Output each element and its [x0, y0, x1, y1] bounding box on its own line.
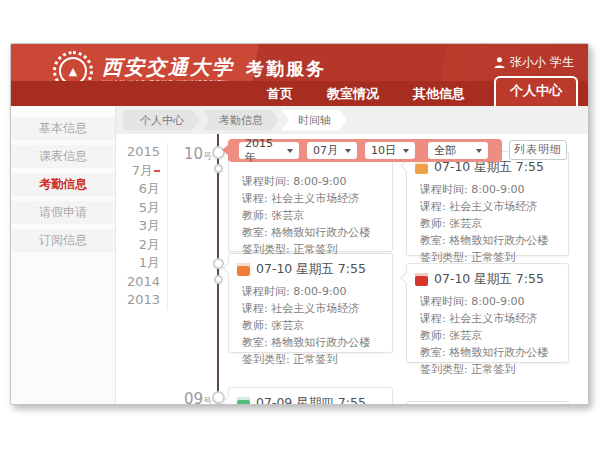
attendance-card[interactable]: 07-09 星期四 7:55 [228, 387, 393, 405]
breadcrumb-attendance-info[interactable]: 考勤信息 [202, 110, 279, 131]
timeline-node-icon [214, 275, 223, 284]
sidebar-item-schedule-info[interactable]: 课表信息 [11, 145, 115, 168]
card-title: 07-10 星期五 7:55 [256, 261, 366, 278]
user-info[interactable]: 张小小 学生 [493, 54, 574, 71]
card-header: 07-10 星期五 7:55 [229, 254, 392, 281]
timeline-month-6[interactable]: 6月 [122, 180, 160, 199]
timeline-month-5[interactable]: 5月 [122, 199, 160, 218]
university-name-cn: 西安交通大学 [102, 56, 234, 78]
sidebar-item-subscription-info[interactable]: 订阅信息 [11, 229, 115, 252]
sidebar-item-basic-info[interactable]: 基本信息 [11, 117, 115, 140]
timeline-year-2014[interactable]: 2014 [122, 273, 160, 292]
timeline-year-2013[interactable]: 2013 [122, 291, 160, 310]
list-detail-button[interactable]: 列表明细 [509, 140, 567, 160]
attendance-card[interactable]: 07-10 星期五 7:55 课程时间: 8:00-9:00 课程: 社会主义市… [228, 253, 393, 353]
timeline-year-month-list: 2015 7月 6月 5月 3月 2月 1月 2014 2013 [122, 143, 168, 310]
sidebar-item-leave-request[interactable]: 请假申请 [11, 201, 115, 224]
red-calendar-icon [415, 273, 428, 286]
deep-orange-calendar-icon [237, 263, 250, 276]
green-calendar-icon [237, 397, 250, 405]
timeline-year-2015[interactable]: 2015 [122, 143, 160, 162]
main-nav: 首页 教室情况 其他信息 个人中心 [11, 81, 588, 106]
attendance-card[interactable]: 07-10 星期五 7:55 课程时间: 8:00-9:00 课程: 社会主义市… [406, 263, 569, 363]
active-month-marker [154, 170, 160, 172]
orange-calendar-icon [415, 161, 428, 174]
timeline-month-1[interactable]: 1月 [122, 254, 160, 273]
timeline-month-7[interactable]: 7月 [122, 162, 160, 181]
user-role: 学生 [550, 54, 574, 71]
nav-item-other-info[interactable]: 其他信息 [396, 81, 482, 106]
app-window: ▲ 西安交通大学 XI'AN JIAO TONG UNIVERSITY 考勤服务… [10, 43, 589, 405]
card-title: 07-09 星期四 7:55 [256, 395, 366, 405]
sidebar: 基本信息 课表信息 考勤信息 请假申请 订阅信息 [11, 106, 116, 405]
card-title: 07-10 星期五 7:55 [434, 271, 544, 288]
attendance-card[interactable] [406, 401, 569, 405]
nav-item-home[interactable]: 首页 [250, 81, 310, 106]
month-select[interactable]: 07月 [307, 142, 357, 159]
timeline-panel: 2015 7月 6月 5月 3月 2月 1月 2014 2013 10号 09号 [116, 134, 588, 405]
chevron-down-icon [403, 149, 409, 153]
chevron-down-icon [476, 149, 482, 153]
user-icon [493, 56, 506, 69]
timeline-day-label-10: 10号 [172, 144, 212, 163]
breadcrumb: 个人中心 考勤信息 时间轴 [116, 106, 588, 134]
nav-tab-personal-center[interactable]: 个人中心 [494, 76, 578, 106]
attendance-card[interactable]: 课程时间: 8:00-9:00 课程: 社会主义市场经济 教师: 张芸京 教室:… [228, 151, 393, 252]
day-select[interactable]: 10日 [365, 142, 415, 159]
card-header: 07-09 星期四 7:55 [229, 388, 392, 405]
timeline-axis [217, 134, 219, 405]
sidebar-item-attendance-info[interactable]: 考勤信息 [11, 173, 115, 196]
page-title: 考勤服务 [246, 57, 326, 81]
timeline-month-2[interactable]: 2月 [122, 236, 160, 255]
breadcrumb-timeline[interactable]: 时间轴 [281, 110, 347, 131]
chevron-down-icon [287, 149, 293, 153]
timeline-month-3[interactable]: 3月 [122, 217, 160, 236]
user-name: 张小小 [510, 54, 546, 71]
year-select[interactable]: 2015年 [239, 142, 299, 159]
card-header: 07-10 星期五 7:55 [407, 264, 568, 291]
chevron-down-icon [345, 149, 351, 153]
nav-item-classrooms[interactable]: 教室情况 [310, 81, 396, 106]
date-filter-bar: 2015年 07月 10日 全部 [228, 139, 502, 162]
type-select[interactable]: 全部 [428, 142, 488, 159]
breadcrumb-personal-center[interactable]: 个人中心 [123, 110, 200, 131]
timeline-node-icon [214, 164, 223, 173]
timeline-day-label-09: 09号 [172, 389, 212, 405]
app-header: ▲ 西安交通大学 XI'AN JIAO TONG UNIVERSITY 考勤服务… [11, 44, 588, 106]
attendance-card[interactable]: 07-10 星期五 7:55 课程时间: 8:00-9:00 课程: 社会主义市… [406, 151, 569, 256]
